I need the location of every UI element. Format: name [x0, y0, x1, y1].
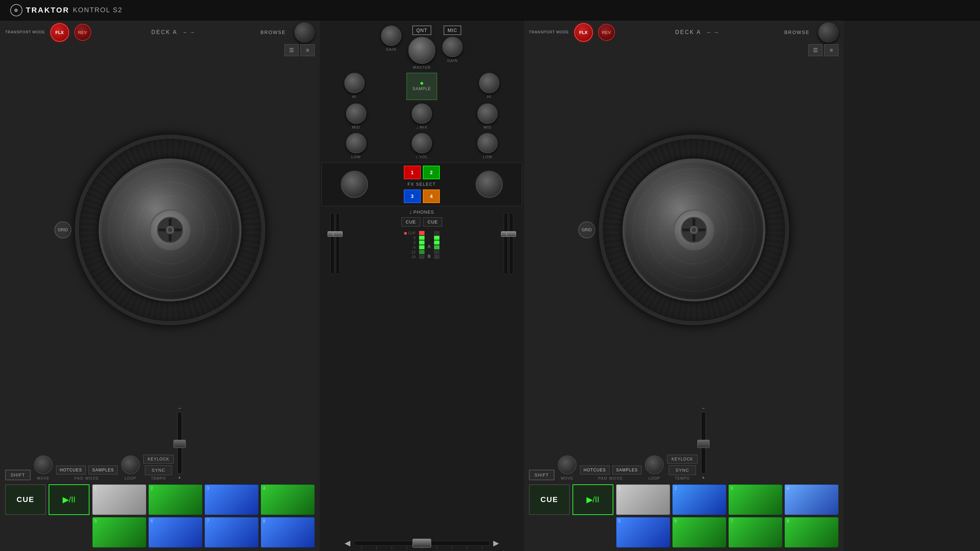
right-flx-button[interactable]: FLX	[574, 23, 593, 42]
phones-cue-right[interactable]: CUE	[423, 217, 442, 226]
left-browse-knob[interactable]	[294, 22, 315, 43]
left-play-button[interactable]: ▶/II	[49, 484, 89, 515]
left-move-knob-group: MOVE	[34, 455, 53, 480]
left-loop-knob[interactable]	[121, 455, 140, 474]
right-list-btn-1[interactable]: ☰	[808, 44, 822, 56]
right-rev-button[interactable]: REV	[598, 24, 615, 41]
sample-box: SAMPLE	[406, 73, 437, 100]
left-pad-4[interactable]: 4	[261, 484, 315, 515]
right-hotcues-btn[interactable]: HOTCUES	[580, 466, 610, 475]
hi-a-knob[interactable]	[344, 73, 365, 93]
right-pad-5[interactable]: 5	[616, 517, 670, 548]
left-keylock-btn[interactable]: KEYLOCK	[143, 455, 174, 463]
crossfader-section: ◀ ▶	[320, 535, 524, 551]
master-knob[interactable]	[408, 37, 435, 64]
left-pad-1[interactable]: 1	[92, 484, 146, 515]
right-pad-8[interactable]: 8	[784, 517, 838, 548]
mid-a-knob[interactable]	[346, 104, 366, 124]
right-jog-inner[interactable]	[622, 159, 765, 301]
left-sync-btn[interactable]: SYNC	[145, 465, 172, 475]
cf-left-arrow[interactable]: ◀	[345, 539, 350, 548]
mid-b-group: MID	[477, 104, 498, 130]
crossfader-track[interactable]	[354, 541, 490, 546]
left-jog-wheel[interactable]	[75, 135, 265, 325]
fx-btn-1[interactable]: 1	[404, 166, 421, 179]
left-pad-6[interactable]: 6	[148, 517, 202, 548]
low-a-knob[interactable]	[346, 133, 366, 153]
vol-knob[interactable]	[412, 133, 432, 153]
right-tempo-thumb[interactable]	[697, 440, 710, 448]
left-pad-5[interactable]: 5	[92, 517, 146, 548]
left-grid-button[interactable]: GRID	[54, 221, 72, 239]
ch-fader-left-track[interactable]	[330, 213, 334, 274]
right-browse-label: BROWSE	[784, 30, 810, 35]
left-list-btn-1[interactable]: ☰	[284, 44, 299, 56]
right-play-button[interactable]: ▶/II	[573, 484, 613, 515]
right-bottom-controls: SHIFT MOVE HOTCUES SAMPLES	[524, 402, 843, 551]
ch-fader-right-track[interactable]	[504, 213, 508, 274]
left-list-btn-2[interactable]: ≡	[301, 44, 315, 56]
left-flx-button[interactable]: FLX	[50, 23, 69, 42]
ch-fader-left-thumb2[interactable]	[333, 231, 342, 237]
left-rev-button[interactable]: REV	[74, 24, 91, 41]
cf-right-arrow[interactable]: ▶	[493, 539, 499, 548]
model-name: KONTROL S2	[73, 6, 123, 14]
low-b-knob[interactable]	[477, 133, 498, 153]
qnt-button[interactable]: QNT	[412, 25, 432, 35]
left-tempo-thumb[interactable]	[173, 440, 186, 448]
ch-fader-left-track2[interactable]	[336, 213, 340, 274]
crossfader-thumb[interactable]	[413, 539, 431, 548]
left-list-buttons: ☰ ≡	[0, 44, 320, 58]
fx-right-knob[interactable]	[476, 171, 503, 198]
hi-b-knob[interactable]	[479, 73, 500, 93]
ch-fader-right-track2[interactable]	[509, 213, 513, 274]
right-cue-button[interactable]: CUE	[529, 484, 570, 515]
gain-b-knob[interactable]	[442, 37, 463, 57]
right-pad-6[interactable]: 6	[672, 517, 726, 548]
mid-b-knob[interactable]	[477, 104, 498, 124]
mic-button[interactable]: MIC	[444, 25, 461, 35]
left-shift-button[interactable]: SHIFT	[5, 470, 30, 480]
hi-b-group: HI	[479, 73, 500, 100]
left-cue-button[interactable]: CUE	[5, 484, 46, 515]
right-move-knob[interactable]	[558, 455, 577, 474]
left-pad-8[interactable]: 8	[261, 517, 315, 548]
left-pad-7[interactable]: 7	[204, 517, 259, 548]
right-tempo-track[interactable]	[701, 412, 706, 474]
right-grid-button[interactable]: GRID	[578, 221, 595, 239]
left-samples-btn[interactable]: SAMPLES	[88, 466, 118, 475]
ch-fader-right-thumb2[interactable]	[506, 231, 516, 237]
left-move-knob[interactable]	[34, 455, 53, 474]
fx-btn-4[interactable]: 4	[423, 190, 440, 203]
left-jog-inner[interactable]	[99, 159, 242, 301]
right-jog-wheel[interactable]	[599, 135, 789, 325]
right-loop-knob[interactable]	[645, 455, 663, 474]
right-keylock-btn[interactable]: KEYLOCK	[667, 455, 698, 463]
phones-cue-left[interactable]: CUE	[401, 217, 420, 226]
sample-led	[420, 82, 423, 85]
right-samples-btn[interactable]: SAMPLES	[612, 466, 641, 475]
right-sync-btn[interactable]: SYNC	[669, 465, 696, 475]
vu-b	[434, 231, 439, 259]
low-b-group: LOW	[477, 133, 498, 159]
left-tempo-track[interactable]	[177, 412, 182, 474]
right-pad-7[interactable]: 7	[728, 517, 783, 548]
right-browse-knob[interactable]	[818, 22, 838, 43]
right-list-btn-2[interactable]: ≡	[824, 44, 838, 56]
gain-a-knob[interactable]	[381, 25, 401, 46]
right-pad-3[interactable]: 3	[728, 484, 783, 515]
mix-knob[interactable]	[412, 104, 432, 124]
center-mixer: GAIN QNT MASTER MIC	[320, 21, 524, 551]
right-shift-button[interactable]: SHIFT	[529, 470, 554, 480]
left-hotcues-btn[interactable]: HOTCUES	[56, 466, 86, 475]
fx-btn-2[interactable]: 2	[423, 166, 440, 179]
right-pad-1[interactable]: 1	[616, 484, 670, 515]
fx-btn-3[interactable]: 3	[404, 190, 421, 203]
left-pad-2[interactable]: 2	[148, 484, 202, 515]
fx-left-knob[interactable]	[341, 171, 368, 198]
right-pad-2[interactable]: 2	[672, 484, 726, 515]
left-bottom-controls: SHIFT MOVE HOTCUES	[0, 402, 320, 551]
mixer-top-row: GAIN QNT MASTER MIC	[320, 21, 524, 71]
right-pad-4[interactable]: 4	[784, 484, 838, 515]
left-pad-3[interactable]: 3	[204, 484, 259, 515]
